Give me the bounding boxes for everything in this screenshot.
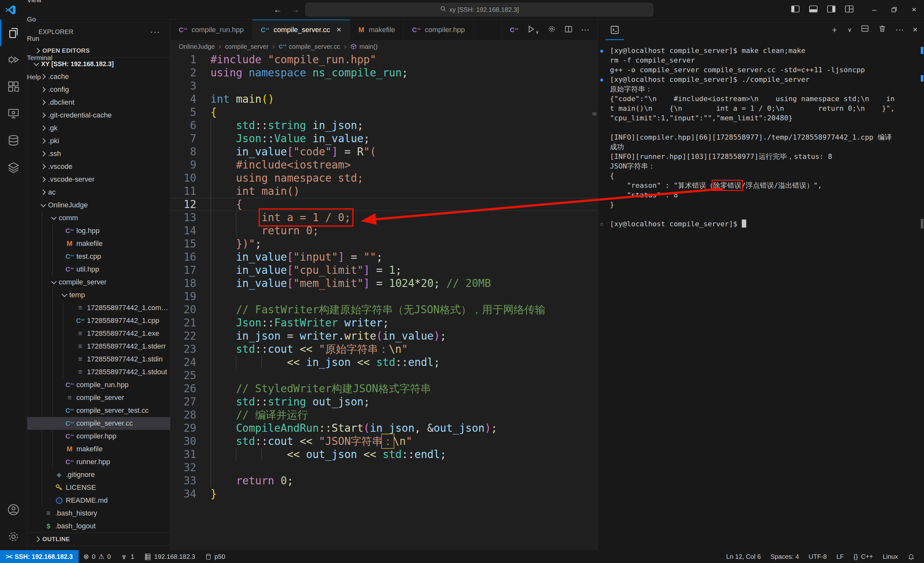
code-line-32[interactable]: 32 xyxy=(170,461,598,474)
tree-item-readme-md[interactable]: iREADME.md xyxy=(27,494,170,507)
code-line-8[interactable]: 8 in_value["code"] = R"( xyxy=(170,145,598,158)
tab-compile_run.hpp[interactable]: Ccompile_run.hpp xyxy=(170,19,252,40)
tree-item-comm[interactable]: comm xyxy=(27,212,170,224)
tree-item-compile-server[interactable]: ≡compile_server xyxy=(27,391,170,404)
code-line-1[interactable]: 1#include "compile_run.hpp" xyxy=(170,53,598,66)
tree-item-ac[interactable]: ac xyxy=(27,186,170,199)
run-file-icon[interactable]: ∨ xyxy=(526,25,539,35)
back-icon[interactable]: ← xyxy=(273,5,282,15)
tree-item-compile-server-test-cc[interactable]: Ccompile_server_test.cc xyxy=(27,404,170,417)
customize-layout-icon[interactable] xyxy=(845,6,854,14)
code-editor[interactable]: 1#include "compile_run.hpp"2using namesp… xyxy=(170,53,598,550)
menu-view[interactable]: View xyxy=(22,0,60,10)
tree-item-1728558977442-1-stderr[interactable]: ≡1728558977442_1.stderr xyxy=(27,340,170,353)
terminal-dropdown-icon[interactable]: ∨ xyxy=(848,26,852,33)
tree-item--git-credential-cache[interactable]: .git-credential-cache xyxy=(27,109,170,122)
tree-item-runner-hpp[interactable]: Crunner.hpp xyxy=(27,455,170,468)
new-terminal-icon[interactable]: ＋ xyxy=(830,24,838,35)
code-line-29[interactable]: 29 CompileAndRun::Start(in_json, &out_js… xyxy=(170,422,598,435)
tree-item--vscode-server[interactable]: .vscode-server xyxy=(27,173,170,186)
code-line-9[interactable]: 9 #include<iostream> xyxy=(170,158,598,171)
tree-item-test-cpp[interactable]: Ctest.cpp xyxy=(27,250,170,263)
status-eol[interactable]: LF xyxy=(832,550,849,563)
status-cursor-position[interactable]: Ln 12, Col 6 xyxy=(722,550,766,563)
remote-explorer-icon[interactable] xyxy=(0,100,27,127)
tree-item-compile-run-hpp[interactable]: Ccompile_run.hpp xyxy=(27,378,170,391)
code-line-33[interactable]: 33 return 0; xyxy=(170,474,598,487)
code-line-2[interactable]: 2using namespace ns_compile_run; xyxy=(170,66,598,79)
split-terminal-icon[interactable] xyxy=(861,24,869,35)
code-line-17[interactable]: 17 in_value["cpu_limit"] = 1; xyxy=(170,264,598,277)
tree-item-log-hpp[interactable]: Clog.hpp xyxy=(27,224,170,237)
code-line-19[interactable]: 19 xyxy=(170,290,598,303)
close-tab-icon[interactable]: × xyxy=(336,25,341,35)
code-line-10[interactable]: 10 using namespace std; xyxy=(170,171,598,185)
database-icon[interactable] xyxy=(0,127,27,154)
menu-run[interactable]: Run xyxy=(22,29,60,48)
breadcrumb-item-compile-server-cc[interactable]: Ccompile_server.cc xyxy=(279,43,340,50)
tree-item-1728558977442-1-compile-error[interactable]: ≡1728558977442_1.compile_error xyxy=(27,302,170,314)
tree-item-1728558977442-1-exe[interactable]: ≡1728558977442_1.exe xyxy=(27,327,170,340)
explorer-actions-icon[interactable]: ··· xyxy=(150,27,160,37)
code-line-21[interactable]: 21 Json::FastWriter writer; xyxy=(170,316,598,329)
status-notifications[interactable] xyxy=(903,550,920,563)
tab-makefile[interactable]: Mmakefile xyxy=(350,19,404,40)
split-editor-icon[interactable] xyxy=(564,25,573,35)
breadcrumb-item-compile-server[interactable]: compile_server xyxy=(225,43,268,50)
command-center-search[interactable]: xy [SSH: 192.168.182.3] xyxy=(305,3,653,17)
forward-icon[interactable]: → xyxy=(291,5,300,15)
toggle-secondary-sidebar-icon[interactable] xyxy=(827,6,836,14)
tree-item--pki[interactable]: .pki xyxy=(27,135,170,147)
status-host[interactable]: 192.168.182.3 xyxy=(139,550,200,563)
code-line-11[interactable]: 11 int main() xyxy=(170,185,598,198)
tree-item-onlinejudge[interactable]: OnlineJudge xyxy=(27,199,170,212)
minimize-button[interactable]: – xyxy=(864,0,884,19)
tab-compiler.hpp[interactable]: Ccompiler.hpp xyxy=(404,19,474,40)
code-line-22[interactable]: 22 in_json = writer.write(in_value); xyxy=(170,329,598,342)
close-button[interactable]: × xyxy=(904,0,924,19)
terminal-output[interactable]: ●[xy@localhost compile_server]$ make cle… xyxy=(598,40,920,550)
menu-go[interactable]: Go xyxy=(22,10,60,29)
status-language-mode[interactable]: {}C++ xyxy=(849,550,878,563)
tree-item-license[interactable]: LICENSE xyxy=(27,481,170,494)
code-line-16[interactable]: 16 in_value["input"] = ""; xyxy=(170,250,598,264)
panel-more-icon[interactable]: ··· xyxy=(896,25,904,35)
more-actions-icon[interactable]: ··· xyxy=(581,25,590,35)
status-remote-status[interactable]: ><SSH: 192.168.182.3 xyxy=(0,550,79,563)
tree-item-temp[interactable]: temp xyxy=(27,288,170,302)
code-line-14[interactable]: 14 return 0; xyxy=(170,224,598,237)
tree-item-1728558977442-1-stdin[interactable]: ≡1728558977442_1.stdin xyxy=(27,353,170,366)
code-line-15[interactable]: 15 })"; xyxy=(170,237,598,250)
restore-button[interactable] xyxy=(884,0,904,19)
tree-item--gk[interactable]: .gk xyxy=(27,122,170,135)
code-line-31[interactable]: 31 << out_json << std::endl; xyxy=(170,448,598,461)
status-encoding[interactable]: UTF-8 xyxy=(804,550,832,563)
tab-compile_server.cc[interactable]: Ccompile_server.cc× xyxy=(252,19,350,40)
menu-help[interactable]: Help xyxy=(22,68,60,87)
layers-icon[interactable] xyxy=(0,154,27,181)
code-line-34[interactable]: 34} xyxy=(170,487,598,500)
breadcrumb-item-onlinejudge[interactable]: OnlineJudge xyxy=(179,43,214,50)
code-line-5[interactable]: 5{ xyxy=(170,106,598,119)
status-problems[interactable]: ⊗0⚠0 xyxy=(79,550,116,563)
section-timeline[interactable]: TIMELINE xyxy=(27,546,170,550)
code-line-3[interactable]: 3 xyxy=(170,79,598,92)
code-line-7[interactable]: 7 Json::Value in_value; xyxy=(170,132,598,145)
scrollbar-thumb[interactable] xyxy=(921,219,923,228)
code-line-4[interactable]: 4int main() xyxy=(170,92,598,106)
status-forwarded-ports[interactable]: 1 xyxy=(116,550,139,563)
toggle-sidebar-icon[interactable] xyxy=(791,6,800,14)
tree-item-makefile[interactable]: Mmakefile xyxy=(27,443,170,455)
close-panel-icon[interactable]: × xyxy=(913,25,918,35)
settings-icon[interactable] xyxy=(548,25,556,35)
tree-item-compile-server[interactable]: compile_server xyxy=(27,276,170,288)
tree-item-util-hpp[interactable]: Cutil.hpp xyxy=(27,263,170,276)
tree-item-compiler-hpp[interactable]: Ccompiler.hpp xyxy=(27,430,170,443)
status-remote-os[interactable]: Linux xyxy=(878,550,903,563)
tree-item--dbclient[interactable]: .dbclient xyxy=(27,96,170,109)
tree-item--bash-logout[interactable]: $.bash_logout xyxy=(27,519,170,533)
breadcrumb-item-main-[interactable]: main() xyxy=(350,43,378,50)
tree-item--gitignore[interactable]: ◆.gitignore xyxy=(27,468,170,481)
code-line-24[interactable]: 24 << in_json << std::endl; xyxy=(170,356,598,369)
code-line-30[interactable]: 30 std::cout << "JSON字符串：\n" xyxy=(170,435,598,448)
